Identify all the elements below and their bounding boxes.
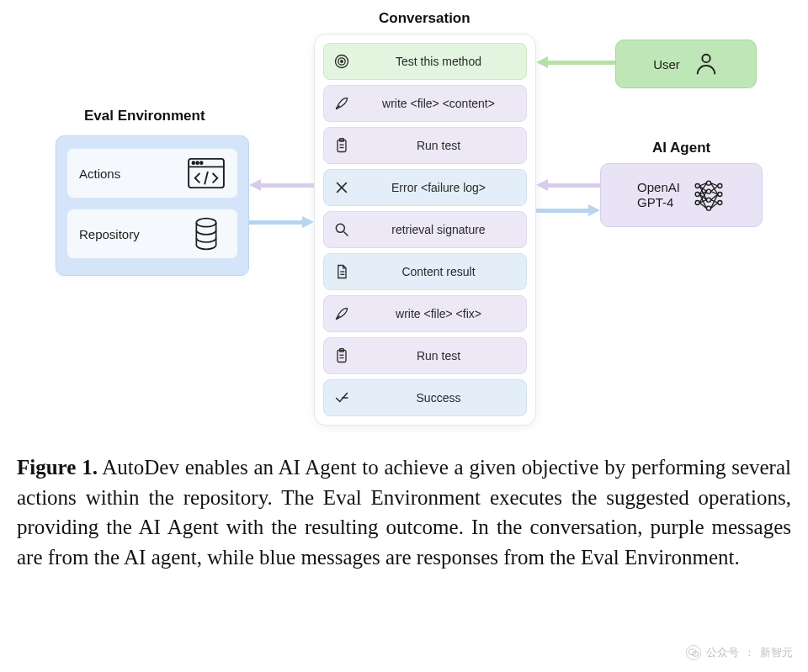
eval-actions-label: Actions bbox=[79, 167, 120, 181]
svg-point-3 bbox=[196, 161, 199, 164]
conversation-message-text: write <file> <fix> bbox=[359, 307, 518, 320]
conversation-message-text: Run test bbox=[359, 349, 518, 362]
svg-line-18 bbox=[344, 232, 348, 236]
svg-point-32 bbox=[706, 189, 710, 193]
svg-point-33 bbox=[706, 198, 710, 202]
watermark-name: 新智元 bbox=[760, 645, 793, 660]
document-icon bbox=[332, 262, 351, 281]
search-icon bbox=[332, 220, 351, 239]
conversation-message: Success bbox=[323, 379, 527, 416]
conversation-box: Test this methodwrite <file> <content>Ru… bbox=[314, 34, 536, 426]
browser-code-icon bbox=[187, 156, 226, 190]
svg-point-2 bbox=[192, 161, 194, 164]
conversation-message-text: retrieval signature bbox=[359, 223, 518, 236]
svg-point-29 bbox=[695, 192, 699, 196]
clipboard-icon bbox=[332, 347, 351, 365]
svg-point-34 bbox=[706, 206, 710, 210]
svg-point-9 bbox=[341, 61, 343, 63]
check-icon bbox=[332, 389, 351, 407]
svg-line-5 bbox=[205, 172, 208, 184]
eval-repository-item: Repository bbox=[66, 209, 238, 259]
svg-point-30 bbox=[695, 200, 699, 204]
eval-repository-label: Repository bbox=[79, 227, 140, 241]
ai-agent-box: OpenAI GPT-4 bbox=[600, 163, 763, 227]
conversation-message: Error <failure log> bbox=[323, 169, 527, 206]
eval-environment-title: Eval Environment bbox=[84, 108, 205, 124]
svg-point-36 bbox=[718, 192, 722, 196]
ai-agent-label: OpenAI GPT-4 bbox=[637, 180, 680, 210]
conversation-message: write <file> <content> bbox=[323, 85, 527, 122]
conversation-message-text: Run test bbox=[359, 139, 518, 152]
conversation-title: Conversation bbox=[379, 10, 470, 27]
conversation-message: Run test bbox=[323, 127, 527, 164]
target-icon bbox=[332, 52, 351, 71]
svg-point-31 bbox=[706, 181, 710, 185]
watermark-sep: ： bbox=[744, 645, 755, 660]
figure-caption-text: AutoDev enables an AI Agent to achieve a… bbox=[17, 456, 791, 569]
figure-label: Figure 1. bbox=[17, 456, 98, 479]
conversation-message-text: Success bbox=[359, 391, 518, 405]
svg-point-4 bbox=[200, 161, 203, 164]
neural-net-icon bbox=[692, 177, 726, 214]
conversation-message: Content result bbox=[323, 253, 527, 290]
quill-icon bbox=[332, 94, 351, 113]
eval-environment-box: Actions Repository bbox=[56, 135, 249, 276]
conversation-message: Test this method bbox=[323, 43, 527, 80]
ai-agent-title: AI Agent bbox=[652, 140, 710, 156]
watermark-source: 公众号 bbox=[706, 645, 739, 660]
conversation-message: write <file> <fix> bbox=[323, 295, 527, 332]
conversation-message-text: Error <failure log> bbox=[359, 181, 518, 194]
clipboard-icon bbox=[332, 136, 351, 155]
x-icon bbox=[332, 178, 351, 197]
conversation-message: retrieval signature bbox=[323, 211, 527, 248]
user-box: User bbox=[615, 40, 757, 88]
svg-point-35 bbox=[718, 183, 722, 188]
watermark: 公众号 ： 新智元 bbox=[686, 645, 793, 660]
svg-point-6 bbox=[196, 219, 215, 227]
conversation-message-text: write <file> <content> bbox=[359, 97, 518, 110]
svg-point-17 bbox=[336, 224, 344, 232]
conversation-message-text: Test this method bbox=[359, 55, 518, 68]
eval-actions-item: Actions bbox=[66, 148, 238, 198]
conversation-message: Run test bbox=[323, 337, 527, 374]
person-icon bbox=[694, 50, 719, 78]
quill-icon bbox=[332, 304, 351, 323]
figure-caption: Figure 1. AutoDev enables an AI Agent to… bbox=[17, 452, 791, 572]
conversation-message-text: Content result bbox=[359, 265, 518, 278]
user-label: User bbox=[653, 57, 680, 71]
database-icon bbox=[187, 217, 226, 251]
diagram-canvas: Eval Environment Conversation AI Agent A… bbox=[0, 0, 808, 429]
wechat-icon bbox=[686, 645, 701, 660]
svg-point-37 bbox=[718, 200, 722, 204]
svg-point-27 bbox=[702, 54, 710, 61]
svg-point-28 bbox=[695, 183, 699, 188]
